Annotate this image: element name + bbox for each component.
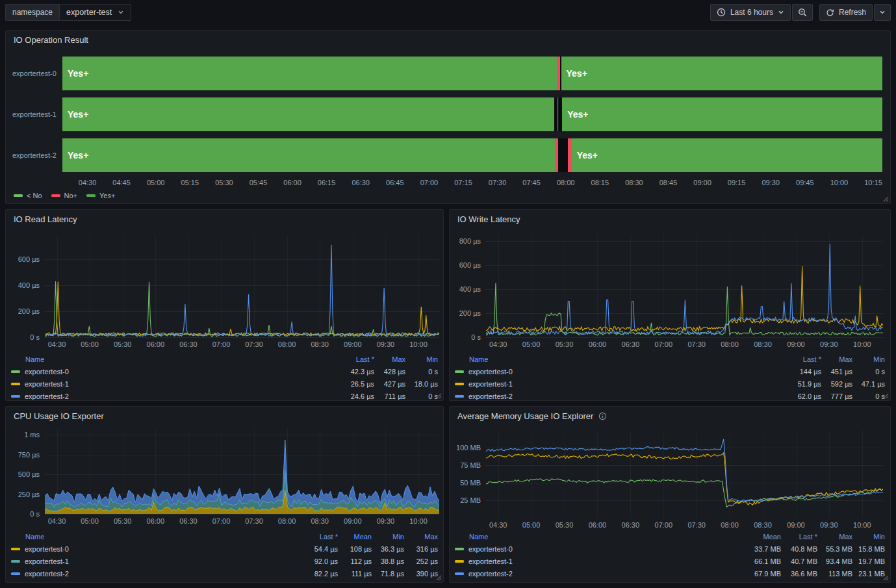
legend-col-max[interactable]: Max [817, 533, 852, 541]
namespace-variable-select[interactable]: exporter-test [59, 4, 131, 21]
panel-resize-handle[interactable] [882, 574, 889, 581]
legend-value: 19.7 MB [852, 557, 885, 565]
panel-resize-handle[interactable] [882, 196, 889, 202]
panel-resize-handle[interactable] [882, 392, 889, 399]
y-axis-label: 50 MB [450, 479, 481, 487]
legend-series-name[interactable]: exportertest-0 [455, 545, 743, 553]
legend-col-mean[interactable]: Mean [338, 533, 372, 541]
legend-table: NameLast *MaxMinexportertest-0144 µs451 … [455, 353, 885, 401]
legend-col-max[interactable]: Max [374, 355, 405, 363]
legend-series-name[interactable]: exportertest-1 [455, 557, 743, 565]
legend-col-last[interactable]: Last * [333, 355, 374, 363]
x-axis-label: 07:30 [240, 340, 268, 348]
series-line-exportertest-2 [486, 244, 883, 335]
legend-value: 23.1 MB [852, 570, 885, 578]
legend-series-name[interactable]: exportertest-0 [11, 545, 301, 553]
y-axis-label: 400 µs [450, 285, 481, 293]
legend-value: 82.2 µs [301, 570, 338, 578]
legend-col-name[interactable]: Name [11, 355, 333, 363]
y-axis-label: 100 MB [450, 444, 481, 452]
legend-item[interactable]: Yes+ [86, 192, 115, 199]
y-axis-label: 0 s [6, 333, 40, 341]
x-axis-label: 08:15 [585, 179, 614, 186]
refresh-button[interactable]: Refresh [819, 4, 873, 21]
legend-row: exportertest-262.0 µs777 µs0 s [455, 390, 885, 401]
state-segment-yes[interactable]: Yes+ [62, 57, 557, 90]
state-segment-yes[interactable]: Yes+ [62, 138, 555, 172]
legend-series-name[interactable]: exportertest-2 [455, 392, 780, 400]
legend-series-name[interactable]: exportertest-2 [11, 392, 333, 400]
cpu-usage-plot[interactable] [45, 429, 439, 514]
x-axis-label: 07:00 [649, 521, 678, 529]
legend-swatch [455, 560, 464, 563]
refresh-interval-dropdown[interactable] [874, 4, 891, 21]
panel-title[interactable]: CPU Usage IO Exporter [14, 411, 104, 421]
legend-series-name[interactable]: exportertest-0 [455, 368, 780, 376]
legend-row: exportertest-0144 µs451 µs0 s [455, 365, 885, 377]
legend-col-last[interactable]: Last * [780, 355, 821, 363]
variable-label: namespace [5, 4, 59, 21]
legend-series-name[interactable]: exportertest-2 [11, 570, 301, 578]
x-axis-label: 09:00 [782, 340, 810, 348]
panel-title[interactable]: Average Memory Usage IO Explorer [457, 411, 593, 421]
legend-col-max[interactable]: Max [821, 355, 852, 363]
legend-series-name[interactable]: exportertest-1 [11, 380, 333, 388]
x-axis-label: 07:00 [649, 340, 678, 348]
zoom-out-button[interactable] [792, 4, 813, 21]
state-segment-yes[interactable]: Yes+ [572, 138, 882, 172]
x-axis-label: 06:00 [141, 340, 170, 348]
panel-resize-handle[interactable] [435, 574, 442, 581]
x-axis-label: 07:45 [517, 179, 546, 186]
legend-value: 54.4 µs [301, 545, 338, 553]
legend-series-name[interactable]: exportertest-1 [455, 380, 780, 388]
legend-col-name[interactable]: Name [455, 355, 780, 363]
io-read-latency-plot[interactable] [45, 235, 439, 337]
legend-col-last[interactable]: Last * [301, 533, 338, 541]
x-axis-label: 09:30 [371, 340, 400, 348]
legend-item[interactable]: No+ [51, 192, 78, 199]
legend-col-min[interactable]: Min [852, 355, 885, 363]
template-variable-group: namespace exporter-test [5, 4, 131, 21]
x-axis-label: 09:30 [815, 521, 843, 529]
y-axis-label: 1 ms [6, 431, 40, 439]
legend-col-min[interactable]: Min [372, 533, 404, 541]
legend-col-last[interactable]: Last * [781, 533, 817, 541]
legend-value: 26.5 µs [333, 380, 374, 388]
legend-col-name[interactable]: Name [455, 533, 743, 541]
legend-series-name[interactable]: exportertest-0 [11, 368, 333, 376]
x-axis-label: 05:30 [109, 517, 137, 525]
memory-usage-plot[interactable] [486, 430, 883, 518]
series-label: exportertest-0 [25, 545, 69, 553]
legend-value: 428 µs [374, 368, 405, 376]
x-axis-label: 05:15 [175, 179, 204, 186]
panel-io-operation-result: IO Operation Result exportertest-0Yes+Ye… [5, 30, 891, 204]
legend-col-name[interactable]: Name [11, 533, 301, 541]
io-write-latency-plot[interactable] [486, 235, 883, 337]
legend-col-max[interactable]: Max [404, 533, 438, 541]
info-icon[interactable] [598, 412, 607, 420]
state-segment-yes[interactable]: Yes+ [62, 97, 554, 131]
state-segment-yes[interactable]: Yes+ [562, 97, 882, 131]
x-axis-label: 09:30 [371, 517, 400, 525]
legend-col-min[interactable]: Min [852, 533, 885, 541]
series-label: exportertest-0 [25, 368, 69, 376]
refresh-icon [826, 8, 834, 17]
state-segment-gap[interactable] [558, 138, 568, 172]
legend-item[interactable]: < No [14, 192, 42, 199]
series-label: exportertest-1 [25, 380, 69, 388]
legend-value: 24.6 µs [333, 392, 374, 400]
time-range-picker[interactable]: Last 6 hours [710, 4, 791, 21]
panel-resize-handle[interactable] [435, 392, 442, 399]
panel-title[interactable]: IO Write Latency [457, 214, 520, 224]
x-axis-label: 09:30 [815, 340, 843, 348]
legend-col-min[interactable]: Min [405, 355, 438, 363]
panel-title[interactable]: IO Operation Result [14, 35, 88, 45]
panel-title[interactable]: IO Read Latency [14, 214, 77, 224]
legend-value: 62.0 µs [780, 392, 821, 400]
legend-col-mean[interactable]: Mean [743, 533, 781, 541]
state-segment-yes[interactable]: Yes+ [561, 57, 883, 90]
legend-series-name[interactable]: exportertest-1 [11, 557, 301, 565]
series-label: exportertest-1 [468, 380, 513, 388]
legend-row: exportertest-033.7 MB40.8 MB55.3 MB15.8 … [455, 543, 885, 555]
legend-series-name[interactable]: exportertest-2 [455, 570, 743, 578]
